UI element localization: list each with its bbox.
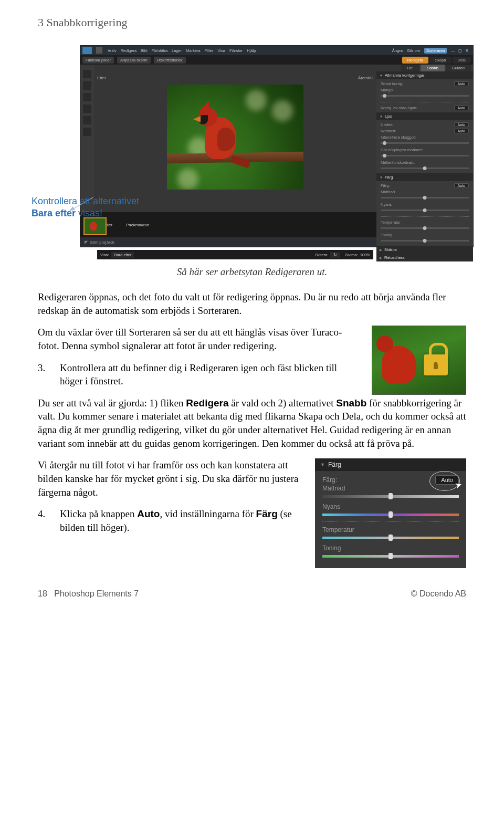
- subtab-guidad[interactable]: Guidad: [446, 65, 471, 71]
- sorteraren-button[interactable]: Sorteraren: [424, 48, 447, 54]
- footer-copyright: © Docendo AB: [411, 589, 466, 599]
- levels-auto-button[interactable]: Auto: [454, 122, 469, 127]
- contrast-label: Kontrast:: [381, 129, 452, 133]
- menu-forbattra[interactable]: Förbättra: [152, 48, 167, 53]
- tab-skapa[interactable]: Skapa: [429, 57, 451, 64]
- menu-bild[interactable]: Bild: [141, 48, 148, 53]
- figure-caption: Så här ser arbetsytan Redigeraren ut.: [38, 266, 466, 278]
- step-4: 4. Klicka på knappen Auto, vid inställni…: [38, 507, 300, 534]
- photo-canvas[interactable]: [167, 85, 303, 190]
- whiten-tool-icon[interactable]: [83, 128, 91, 136]
- reset-button[interactable]: Återställ: [358, 76, 373, 80]
- satt-label: Mättnad: [381, 190, 469, 194]
- section-general[interactable]: Allmänna korrigeringar: [376, 71, 473, 79]
- redeye-auto-button[interactable]: Auto: [454, 106, 469, 110]
- status-text[interactable]: Göm proj.fack: [90, 240, 114, 245]
- bold-redigera: Redigera: [186, 397, 228, 409]
- undo-button[interactable]: Ångra: [392, 48, 403, 53]
- menu-markera[interactable]: Markera: [186, 48, 201, 53]
- s4-farg: Färg: [256, 508, 278, 519]
- smart-label: Smart korrig:: [381, 81, 452, 86]
- zoom-value[interactable]: 100%: [360, 253, 370, 257]
- section-retouch[interactable]: Retuschera: [376, 254, 473, 261]
- step-3-text: Kontrollera att du befinner dig i Redige…: [60, 361, 362, 388]
- menu-filter[interactable]: Filter: [205, 48, 214, 53]
- levels-label: Nivåer:: [381, 122, 452, 127]
- satt-label-2: Mättnad: [322, 485, 459, 492]
- contrast-auto-button[interactable]: Auto: [454, 129, 469, 133]
- home-icon[interactable]: [96, 47, 102, 54]
- menu-bar: Arkiv Redigera Bild Förbättra Lager Mark…: [104, 48, 392, 53]
- tab-dela[interactable]: Dela: [453, 57, 471, 64]
- brighten-slider[interactable]: [381, 142, 469, 144]
- farg-panel-detail: Färg Färg: Auto ➤ Mättnad Nyans: [315, 458, 466, 568]
- hand-tool-icon[interactable]: [83, 81, 91, 90]
- tab-redigera[interactable]: Redigera: [402, 57, 428, 64]
- section-color[interactable]: Färg: [376, 173, 473, 181]
- packmakron-label[interactable]: Packmakron: [126, 223, 149, 227]
- nyans-slider[interactable]: [381, 210, 469, 211]
- subtab-snabb[interactable]: Snabb: [421, 65, 445, 71]
- satt-slider-2[interactable]: [322, 495, 459, 498]
- tab-utskrift[interactable]: Utskriftsstorlek: [154, 57, 186, 64]
- redo-button[interactable]: Gör om: [407, 48, 420, 53]
- satt-slider[interactable]: [381, 197, 469, 198]
- step-4-num: 4.: [38, 507, 51, 534]
- status-bar: Göm proj.fack: [80, 237, 376, 247]
- nyans-label: Nyans: [381, 202, 469, 207]
- step-4-text: Klicka på knappen Auto, vid inställninga…: [60, 507, 300, 534]
- farg-auto-button[interactable]: Auto: [454, 183, 469, 188]
- toning-slider-2[interactable]: [322, 555, 459, 558]
- zoom-tool-icon[interactable]: [83, 70, 91, 78]
- window-controls[interactable]: — ◻ ✕: [451, 48, 470, 53]
- visa-dropdown[interactable]: Bara efter: [111, 252, 135, 258]
- toning-label-2: Toning: [322, 544, 459, 552]
- paragraph-3: Du ser att två val är gjorda: 1) fliken …: [38, 396, 466, 451]
- rotera-label: Rotera:: [316, 253, 329, 257]
- paragraph-4: Vi återgår nu till fotot vi har framför …: [38, 458, 300, 499]
- bold-snabb: Snabb: [336, 397, 366, 409]
- section-sharp[interactable]: Skärpa: [376, 246, 473, 254]
- menu-lager[interactable]: Lager: [172, 48, 182, 53]
- app-logo-icon: [82, 47, 92, 54]
- smart-auto-button[interactable]: Auto: [454, 81, 469, 86]
- subtab-hel[interactable]: Hel: [401, 65, 419, 71]
- midtone-label: Mellantonskontrast:: [381, 160, 469, 165]
- crop-tool-icon[interactable]: [83, 104, 91, 113]
- thumbnail[interactable]: [83, 217, 107, 235]
- menu-visa[interactable]: Visa: [217, 48, 225, 53]
- visa-label: Visa:: [100, 253, 109, 257]
- select-tool-icon[interactable]: [83, 93, 91, 101]
- redeye-tool-icon[interactable]: [83, 116, 91, 124]
- paragraph-1: Redigeraren öppnas, och det foto du valt…: [38, 290, 466, 317]
- farg-label: Färg:: [381, 183, 452, 188]
- temp-slider-2[interactable]: [322, 537, 459, 539]
- brighten-label: Intensifiera skuggor:: [381, 135, 469, 140]
- s4-auto: Auto: [137, 508, 160, 519]
- darken-slider[interactable]: [381, 155, 469, 156]
- menu-hjalp[interactable]: Hjälp: [247, 48, 256, 53]
- page-number: 18: [38, 589, 47, 598]
- toning-slider[interactable]: [381, 240, 469, 242]
- menu-redigera[interactable]: Redigera: [121, 48, 136, 53]
- farg-panel-header[interactable]: Färg: [315, 458, 466, 471]
- section-light[interactable]: Ljus: [376, 112, 473, 120]
- menu-fonster[interactable]: Fönster: [229, 48, 243, 53]
- callout-bold: Bara efter: [32, 208, 76, 218]
- rotate-icon[interactable]: ↻: [330, 252, 340, 258]
- title-bar: Arkiv Redigera Bild Förbättra Lager Mark…: [80, 46, 473, 55]
- menu-arkiv[interactable]: Arkiv: [108, 48, 117, 53]
- nyans-slider-2[interactable]: [322, 514, 459, 516]
- footer-title: Photoshop Elements 7: [54, 589, 139, 598]
- mode-subtabs: Hel Snabb Guidad: [94, 65, 473, 71]
- tab-anpassa[interactable]: Anpassa skärm: [117, 57, 151, 64]
- zoom-label: Zooma:: [344, 253, 358, 257]
- farg-label-2: Färg:: [322, 476, 435, 484]
- temp-label-2: Temperatur: [322, 526, 459, 533]
- midtone-slider[interactable]: [381, 167, 469, 169]
- chapter-header: 3 Snabbkorrigering: [38, 16, 466, 29]
- callout-tail: visas!: [76, 208, 102, 218]
- amount-slider[interactable]: [381, 95, 469, 97]
- temp-slider[interactable]: [381, 227, 469, 229]
- tab-faktiska[interactable]: Faktiska pixlar: [82, 57, 114, 64]
